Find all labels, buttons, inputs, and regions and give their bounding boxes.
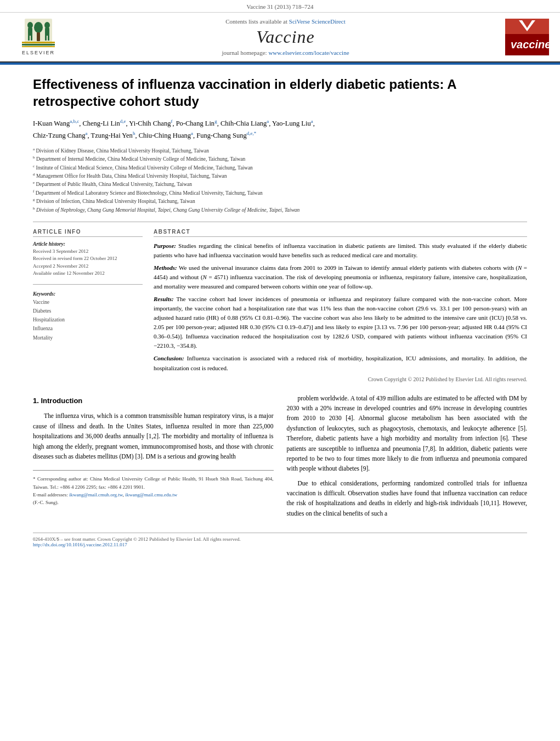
journal-title-header: Vaccine xyxy=(256,27,315,47)
body-two-col: 1. Introduction The influenza virus, whi… xyxy=(33,393,527,523)
email-link-1[interactable]: ikwang@mail.cmuh.org.tw xyxy=(69,492,123,497)
elsevier-logo-img: ELSEVIER xyxy=(11,19,66,55)
homepage-link[interactable]: www.elsevier.com/locate/vaccine xyxy=(268,49,349,56)
body-content: 1. Introduction The influenza virus, whi… xyxy=(33,393,527,523)
purpose-label: Purpose: xyxy=(154,242,176,249)
keyword-influenza: Influenza xyxy=(33,324,143,333)
journal-header: ELSEVIER Contents lists available at Sci… xyxy=(0,13,560,63)
abstract-results: Results: The vaccine cohort had lower in… xyxy=(154,295,527,350)
history-label: Article history: xyxy=(33,241,143,247)
abstract-purpose: Purpose: Studies regarding the clinical … xyxy=(154,241,527,260)
elsevier-logo: ELSEVIER xyxy=(11,19,66,55)
keyword-hospitalization: Hospitalization xyxy=(33,315,143,324)
vaccine-v-icon xyxy=(519,20,535,31)
body-right-para1: problem worldwide. A total of 439 millio… xyxy=(287,393,528,474)
svg-rect-2 xyxy=(28,28,32,36)
article-title: Effectiveness of influenza vaccination i… xyxy=(33,76,527,110)
page-wrapper: Vaccine 31 (2013) 718–724 xyxy=(0,0,560,558)
vaccine-logo-top xyxy=(505,19,549,34)
abstract-methods: Methods: We used the universal insurance… xyxy=(154,263,527,291)
history-dates: Received 3 September 2012 Received in re… xyxy=(33,248,143,278)
footnote-corresponding: * Corresponding author at: China Medical… xyxy=(33,475,274,491)
vaccine-logo-box: vaccine xyxy=(505,19,549,55)
article-info-abstract-row: ARTICLE INFO Article history: Received 3… xyxy=(33,229,527,382)
received-revised-date: Received in revised form 22 October 2012 xyxy=(33,255,143,263)
doi-line: http://dx.doi.org/10.1016/j.vaccine.2012… xyxy=(33,542,527,547)
issn-line: 0264-410X/$ – see front matter. Crown Co… xyxy=(33,536,527,542)
affil-g: Division of Infection, China Medical Uni… xyxy=(36,199,195,204)
article-info-col: ARTICLE INFO Article history: Received 3… xyxy=(33,229,143,382)
affil-h: Division of Nephrology, Chang Gung Memor… xyxy=(36,207,299,213)
methods-label: Methods: xyxy=(154,264,177,271)
conclusion-label: Conclusion: xyxy=(154,355,184,361)
main-content: Effectiveness of influenza vaccination i… xyxy=(0,65,560,558)
elsevier-text-logo: ELSEVIER xyxy=(22,50,55,55)
received-date: Received 3 September 2012 xyxy=(33,248,143,256)
section-divider-1 xyxy=(33,222,527,222)
svg-rect-13 xyxy=(22,46,55,47)
svg-rect-3 xyxy=(28,35,30,41)
affiliations: a Division of Kidney Disease, China Medi… xyxy=(33,146,527,214)
svg-rect-6 xyxy=(37,32,40,41)
svg-marker-14 xyxy=(519,20,535,31)
abstract-conclusion: Conclusion: Influenza vaccination is ass… xyxy=(154,354,527,372)
affil-b: Department of Internal Medicine, China M… xyxy=(36,156,245,162)
keywords-label: Keywords: xyxy=(33,291,143,297)
info-divider xyxy=(33,284,143,285)
abstract-text: Purpose: Studies regarding the clinical … xyxy=(154,241,527,373)
authors-line: I-Kuan Wanga,b,c, Cheng-Li Lind,e, Yi-Ch… xyxy=(33,117,527,140)
journal-homepage: journal homepage: www.elsevier.com/locat… xyxy=(222,49,349,56)
svg-point-5 xyxy=(34,22,43,33)
section1-heading: 1. Introduction xyxy=(33,395,274,407)
bottom-bar: 0264-410X/$ – see front matter. Crown Co… xyxy=(33,533,527,547)
sciverse-anchor[interactable]: SciVerse ScienceDirect xyxy=(289,18,346,25)
svg-rect-4 xyxy=(31,35,32,41)
accepted-date: Accepted 2 November 2012 xyxy=(33,263,143,270)
svg-rect-10 xyxy=(48,35,49,41)
footnote-name: (F.-C. Sung). xyxy=(33,499,274,506)
svg-rect-8 xyxy=(45,28,49,36)
article-info-title: ARTICLE INFO xyxy=(33,229,143,237)
keyword-mortality: Mortality xyxy=(33,333,143,342)
svg-point-1 xyxy=(27,22,33,29)
body-right-col: problem worldwide. A total of 439 millio… xyxy=(287,393,528,523)
email-link-2[interactable]: ikwang@mail.cmu.edu.tw xyxy=(125,492,177,497)
keyword-vaccine: Vaccine xyxy=(33,298,143,307)
elsevier-tree-icon xyxy=(22,19,55,49)
affil-e: Department of Public Health, China Medic… xyxy=(36,182,191,187)
affil-c: Institute of Clinical Medical Science, C… xyxy=(36,165,252,171)
body-left-col: 1. Introduction The influenza virus, whi… xyxy=(33,393,274,523)
svg-rect-12 xyxy=(22,44,55,46)
footnotes: * Corresponding author at: China Medical… xyxy=(33,470,274,507)
keywords-list: Vaccine Diabetes Hospitalization Influen… xyxy=(33,298,143,342)
abstract-title: ABSTRACT xyxy=(154,229,527,237)
svg-point-7 xyxy=(44,22,50,29)
copyright-line: Crown Copyright © 2012 Published by Else… xyxy=(154,376,527,382)
svg-rect-11 xyxy=(22,42,55,43)
svg-rect-9 xyxy=(45,35,47,41)
abstract-col: ABSTRACT Purpose: Studies regarding the … xyxy=(154,229,527,382)
footnote-email: E-mail addresses: ikwang@mail.cmuh.org.t… xyxy=(33,491,274,499)
affil-d: Management Office for Health Data, China… xyxy=(36,173,227,179)
journal-citation: Vaccine 31 (2013) 718–724 xyxy=(247,3,314,10)
sciverse-link: Contents lists available at SciVerse Sci… xyxy=(225,18,345,25)
keyword-diabetes: Diabetes xyxy=(33,307,143,315)
results-label: Results: xyxy=(154,296,174,302)
body-left-para1: The influenza virus, which is a common t… xyxy=(33,411,274,461)
body-right-para2: Due to ethical considerations, performin… xyxy=(287,478,528,519)
affil-f: Department of Medical Laboratory Science… xyxy=(36,190,263,196)
journal-center: Contents lists available at SciVerse Sci… xyxy=(66,18,505,56)
affil-a: Division of Kidney Disease, China Medica… xyxy=(36,148,208,154)
available-date: Available online 12 November 2012 xyxy=(33,270,143,278)
top-bar: Vaccine 31 (2013) 718–724 xyxy=(0,0,560,13)
vaccine-logo-main: vaccine xyxy=(505,34,549,55)
doi-link[interactable]: http://dx.doi.org/10.1016/j.vaccine.2012… xyxy=(33,542,127,547)
